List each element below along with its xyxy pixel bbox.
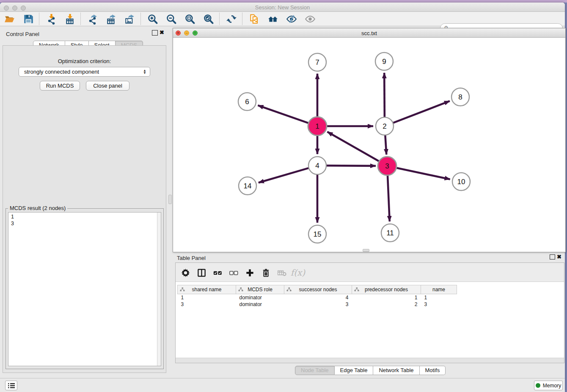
node-11[interactable]: 11 <box>381 224 399 242</box>
edge-2-3[interactable] <box>385 135 386 155</box>
table-cell[interactable]: 4 <box>284 294 352 301</box>
memory-label: Memory <box>543 383 561 389</box>
table-tabs: Node TableEdge TableNetwork TableMotifs <box>295 366 446 375</box>
edge-4-3[interactable] <box>326 166 376 166</box>
node-6[interactable]: 6 <box>238 93 256 110</box>
node-9[interactable]: 9 <box>375 52 393 70</box>
import-table-icon[interactable] <box>63 13 77 25</box>
table-row[interactable]: 3dominator323 <box>178 301 457 308</box>
tab-node-table[interactable]: Node Table <box>295 366 335 375</box>
network-view-window: ✕ – + scc.txt 7968124314101511 <box>173 28 566 252</box>
mcds-result-group: MCDS result (2 nodes) 1 3 <box>6 208 164 369</box>
network-titlebar[interactable]: ✕ – + scc.txt <box>173 28 565 38</box>
column-header-MCDS-role[interactable]: MCDS role <box>236 285 284 294</box>
table-cell[interactable]: 3 <box>178 301 236 308</box>
zoom-in-icon[interactable] <box>146 13 160 25</box>
edge-3-11[interactable] <box>388 175 390 221</box>
column-header-successor-nodes[interactable]: successor nodes <box>284 285 352 294</box>
checkboxes-unchecked-icon[interactable] <box>227 267 240 279</box>
table-cell[interactable]: 1 <box>421 294 457 301</box>
horizontal-split-grip[interactable] <box>363 249 369 252</box>
save-session-icon[interactable] <box>21 13 36 25</box>
node-7[interactable]: 7 <box>308 53 326 71</box>
mcds-result-area[interactable]: 1 3 <box>8 212 161 366</box>
table-cell[interactable]: 3 <box>421 301 457 308</box>
edge-3-10[interactable] <box>396 168 450 179</box>
export-table-icon[interactable] <box>104 13 118 25</box>
desktop: Session: New Session 🔍︎ Control Panel ✖ … <box>0 0 567 392</box>
svg-text:2: 2 <box>383 122 386 130</box>
node-4[interactable]: 4 <box>308 157 326 174</box>
toolbar-separator <box>219 13 220 25</box>
svg-text:10: 10 <box>457 178 465 186</box>
mcds-result-title: MCDS result (2 nodes) <box>8 205 67 211</box>
edge-4-14[interactable] <box>259 168 309 183</box>
main-titlebar: Session: New Session <box>0 3 565 12</box>
run-mcds-button[interactable]: Run MCDS <box>40 81 80 91</box>
column-header-shared-name[interactable]: shared name <box>178 285 236 294</box>
session-title: Session: New Session <box>0 4 565 11</box>
node-15[interactable]: 15 <box>308 225 326 243</box>
split-columns-icon[interactable] <box>195 267 208 279</box>
vertical-split-grip[interactable] <box>168 195 172 204</box>
node-14[interactable]: 14 <box>239 177 256 195</box>
edge-1-6[interactable] <box>258 105 309 123</box>
control-panel-close-icon[interactable]: ✖ <box>160 29 164 36</box>
table-cell[interactable]: 1 <box>178 294 236 301</box>
criterion-dropdown[interactable]: strongly connected component ▲▼ <box>19 67 150 77</box>
home-layout-icon[interactable] <box>266 13 280 25</box>
eye-icon <box>303 13 317 25</box>
import-network-icon[interactable] <box>44 13 58 25</box>
svg-text:4: 4 <box>315 162 319 170</box>
edge-3-1[interactable] <box>327 132 379 161</box>
memory-status-icon <box>536 383 540 388</box>
node-8[interactable]: 8 <box>451 88 469 106</box>
status-bar: Memory <box>0 378 565 392</box>
zoom-out-icon[interactable] <box>164 13 179 25</box>
export-image-icon[interactable] <box>123 13 137 25</box>
memory-button[interactable]: Memory <box>534 381 563 390</box>
toolbar-separator <box>140 13 141 25</box>
gear-icon[interactable] <box>179 267 192 279</box>
edge-2-9[interactable] <box>384 73 385 117</box>
mcds-result-text: 1 3 <box>11 213 14 227</box>
network-canvas[interactable]: 7968124314101511 <box>173 38 565 252</box>
table-cell[interactable]: dominator <box>236 301 284 308</box>
zoom-selected-icon[interactable] <box>201 13 216 25</box>
export-network-icon[interactable] <box>85 13 100 25</box>
close-panel-button[interactable]: Close panel <box>86 81 129 91</box>
plus-icon[interactable] <box>243 267 256 279</box>
svg-text:11: 11 <box>386 229 394 237</box>
refresh-icon[interactable] <box>224 13 239 25</box>
checkboxes-checked-icon[interactable] <box>211 267 224 279</box>
table-row[interactable]: 1dominator411 <box>178 294 457 301</box>
table-cell[interactable]: dominator <box>236 294 284 301</box>
trash-icon[interactable] <box>259 267 272 279</box>
task-history-button[interactable] <box>5 381 17 390</box>
table-panel-box: f(x) shared nameMCDS rolesuccessor nodes… <box>175 262 564 363</box>
tab-network-table[interactable]: Network Table <box>373 366 419 375</box>
control-panel-title: Control Panel <box>6 30 39 38</box>
table-cell[interactable]: 1 <box>352 294 421 301</box>
table-cell[interactable]: 3 <box>284 301 352 308</box>
criterion-value: strongly connected component <box>24 69 99 75</box>
control-panel-float-icon[interactable] <box>152 30 158 36</box>
delete-table-icon <box>275 267 288 279</box>
duplicate-network-icon[interactable] <box>247 13 261 25</box>
zoom-fit-icon[interactable] <box>183 13 197 25</box>
eye-slash-icon[interactable] <box>284 13 299 25</box>
column-header-name[interactable]: name <box>421 285 457 294</box>
node-10[interactable]: 10 <box>452 173 470 190</box>
node-1[interactable]: 1 <box>308 117 327 135</box>
node-3[interactable]: 3 <box>378 157 396 175</box>
table-panel-float-icon[interactable] <box>550 254 555 259</box>
result-scrollbar[interactable] <box>157 213 161 366</box>
node-2[interactable]: 2 <box>376 117 394 135</box>
tab-motifs[interactable]: Motifs <box>420 366 446 375</box>
table-cell[interactable]: 2 <box>352 301 421 308</box>
column-header-predecessor-nodes[interactable]: predecessor nodes <box>352 285 421 294</box>
tab-edge-table[interactable]: Edge Table <box>335 366 374 375</box>
table-panel-close-icon[interactable]: ✖ <box>557 254 561 260</box>
edge-2-8[interactable] <box>393 101 450 123</box>
open-session-icon[interactable] <box>3 13 17 25</box>
